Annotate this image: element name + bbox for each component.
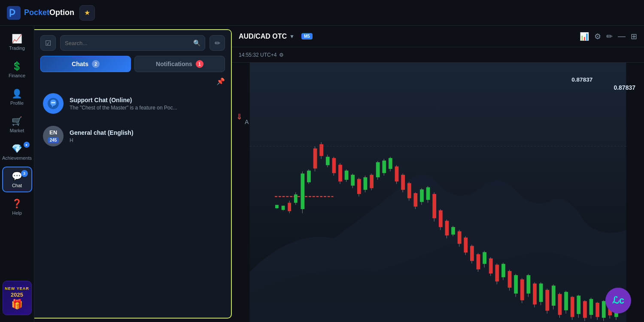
- chart-time-row: 14:55:32 UTC+4 ⚙: [232, 47, 644, 63]
- new-year-banner[interactable]: NEW YEAR 2025 🎁: [3, 281, 32, 315]
- chart-settings-gear[interactable]: ⚙: [279, 52, 284, 58]
- svg-rect-56: [426, 187, 430, 200]
- svg-point-3: [53, 102, 54, 103]
- sidebar-item-label: Trading: [9, 46, 25, 51]
- grid-icon[interactable]: ⊞: [631, 32, 637, 41]
- svg-rect-108: [589, 299, 593, 315]
- svg-rect-42: [382, 161, 386, 173]
- sidebar-item-achievements[interactable]: ● 💎 Achievements: [2, 139, 32, 165]
- svg-rect-92: [539, 283, 543, 302]
- compose-button[interactable]: ☑: [40, 35, 56, 51]
- svg-rect-62: [445, 221, 449, 235]
- sidebar-item-label: Chat: [12, 183, 22, 188]
- svg-rect-38: [370, 175, 374, 188]
- pair-selector[interactable]: AUD/CAD OTC ▼: [239, 33, 295, 40]
- svg-rect-80: [501, 264, 505, 277]
- svg-rect-110: [595, 303, 599, 317]
- sidebar-item-profile[interactable]: 👤 Profile: [2, 84, 32, 110]
- search-box: 🔍: [60, 35, 205, 51]
- svg-rect-12: [288, 203, 291, 211]
- svg-rect-90: [533, 283, 537, 304]
- double-arrow-icon: ⇓: [236, 112, 243, 122]
- chat-item-support[interactable]: Support Chat (Online) The "Chest of the …: [39, 88, 227, 119]
- edit-icon: ✏: [215, 39, 220, 47]
- sidebar-item-market[interactable]: 🛒 Market: [2, 112, 32, 137]
- price-label: 0.87837: [614, 84, 635, 91]
- chart-time: 14:55:32 UTC+4: [239, 52, 276, 58]
- svg-rect-106: [583, 301, 587, 318]
- sidebar-item-finance[interactable]: 💲 Finance: [2, 57, 32, 82]
- svg-rect-14: [294, 194, 298, 203]
- achievements-notification-badge: ●: [24, 142, 30, 148]
- svg-rect-86: [520, 279, 524, 301]
- tab-notifications-label: Notifications: [156, 61, 192, 67]
- compose-icon: ☑: [45, 39, 51, 47]
- caret-icon: ▼: [289, 33, 295, 39]
- chat-toolbar: ☑ 🔍 ✏: [34, 30, 231, 56]
- candlestick-chart: 0.87837: [232, 63, 644, 322]
- svg-rect-112: [602, 301, 606, 318]
- trading-icon: 📈: [12, 33, 22, 44]
- chart-header: AUD/CAD OTC ▼ M5 📊 ⚙ ✏ — ⊞: [232, 26, 644, 47]
- svg-text:0.87837: 0.87837: [571, 76, 592, 83]
- chart-tools: 📊 ⚙ ✏ — ⊞: [580, 32, 637, 41]
- draw-icon[interactable]: ✏: [606, 32, 613, 41]
- favorites-button[interactable]: ★: [79, 5, 95, 21]
- svg-rect-50: [407, 183, 411, 198]
- settings-icon[interactable]: ⚙: [594, 32, 601, 41]
- general-avatar-text: EN: [49, 129, 57, 136]
- svg-rect-8: [275, 205, 279, 208]
- svg-rect-72: [477, 254, 480, 269]
- line-icon[interactable]: —: [618, 32, 626, 41]
- sidebar-item-trading[interactable]: 📈 Trading: [2, 29, 32, 55]
- svg-rect-22: [319, 144, 323, 156]
- tab-chats[interactable]: Chats 2: [40, 56, 131, 72]
- svg-point-2: [52, 102, 53, 103]
- svg-rect-18: [307, 170, 311, 182]
- logo-icon: [7, 6, 21, 20]
- svg-point-4: [54, 102, 55, 103]
- app-header: PocketOption ★: [0, 0, 644, 26]
- sidebar: 📈 Trading 💲 Finance 👤 Profile 🛒 Market ●…: [0, 26, 34, 322]
- chart-type-icon[interactable]: 📊: [580, 32, 589, 41]
- chat-badge: 3: [21, 170, 28, 177]
- svg-rect-96: [552, 286, 556, 306]
- watermark: ℒc: [605, 288, 631, 313]
- svg-rect-78: [495, 265, 499, 282]
- svg-rect-44: [389, 158, 392, 169]
- svg-rect-100: [564, 292, 568, 310]
- search-input[interactable]: [65, 40, 190, 46]
- svg-rect-74: [483, 252, 486, 264]
- svg-rect-70: [470, 246, 474, 261]
- svg-rect-46: [395, 167, 399, 182]
- search-icon: 🔍: [193, 39, 200, 46]
- achievements-icon: 💎: [12, 143, 22, 154]
- sidebar-item-help[interactable]: ❓ Help: [2, 194, 32, 220]
- svg-rect-84: [514, 275, 518, 294]
- general-preview: H: [70, 137, 222, 143]
- svg-rect-36: [364, 177, 368, 190]
- tab-chats-label: Chats: [72, 61, 88, 67]
- pin-button[interactable]: 📌: [216, 77, 225, 85]
- help-icon: ❓: [12, 198, 22, 209]
- a-label: A: [245, 118, 249, 125]
- chat-item-general[interactable]: EN 245 General chat (English) H: [39, 121, 227, 152]
- support-info: Support Chat (Online) The "Chest of the …: [70, 97, 222, 111]
- sidebar-item-chat[interactable]: 3 💬 Chat: [2, 167, 32, 192]
- logo: PocketOption: [7, 6, 74, 20]
- svg-rect-54: [420, 189, 424, 202]
- new-year-year: 2025: [11, 292, 23, 298]
- svg-rect-66: [458, 231, 462, 244]
- sidebar-item-label: Achievements: [2, 155, 32, 161]
- svg-rect-48: [401, 175, 405, 190]
- tab-chats-badge: 2: [92, 60, 100, 68]
- sidebar-item-label: Profile: [10, 100, 24, 106]
- new-year-title: NEW YEAR: [5, 286, 29, 291]
- market-icon: 🛒: [12, 116, 22, 126]
- svg-rect-34: [357, 179, 361, 194]
- svg-rect-68: [464, 237, 468, 252]
- tab-notifications[interactable]: Notifications 1: [134, 56, 225, 72]
- support-preview: The "Chest of the Master" is a feature o…: [70, 105, 222, 111]
- edit-button[interactable]: ✏: [210, 35, 225, 51]
- svg-rect-104: [577, 296, 580, 314]
